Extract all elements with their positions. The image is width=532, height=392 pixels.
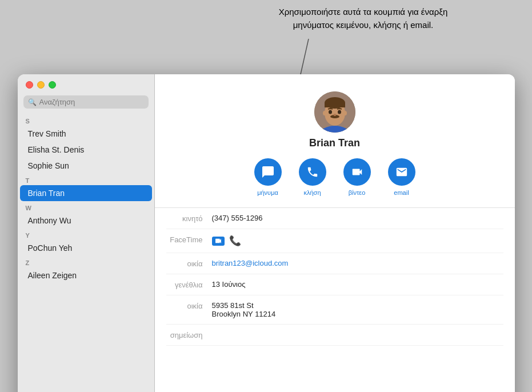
svg-point-8 xyxy=(329,110,332,114)
field-value-email[interactable]: britran123@icloud.com xyxy=(212,259,503,267)
action-email[interactable]: email xyxy=(388,158,415,196)
svg-point-9 xyxy=(338,110,341,114)
section-header-y: Y xyxy=(18,229,154,240)
field-birthday: γενέθλια 13 Ιούνιος xyxy=(166,274,503,295)
svg-point-10 xyxy=(333,114,336,116)
svg-rect-6 xyxy=(325,103,345,107)
svg-point-11 xyxy=(323,111,326,115)
field-label-note: σημείωση xyxy=(166,330,212,339)
sidebar: 🔍 S Trev Smith Elisha St. Denis Sophie S… xyxy=(18,74,155,392)
contact-list: S Trev Smith Elisha St. Denis Sophie Sun… xyxy=(18,114,154,392)
app-window: 🔍 S Trev Smith Elisha St. Denis Sophie S… xyxy=(18,74,515,392)
call-label: κλήση xyxy=(303,189,321,196)
annotation-text: Χρησιμοποιήστε αυτά τα κουμπιά για έναρξ… xyxy=(206,6,521,31)
field-facetime: FaceTime 📞 xyxy=(166,229,503,253)
contact-item-sophie[interactable]: Sophie Sun xyxy=(20,158,152,174)
field-value-facetime: 📞 xyxy=(212,235,503,247)
field-mobile: κινητό (347) 555-1296 xyxy=(166,208,503,229)
field-label-mobile: κινητό xyxy=(166,214,212,223)
field-note: σημείωση xyxy=(166,325,503,346)
field-value-address: 5935 81st StBrooklyn NY 11214 xyxy=(212,301,503,318)
search-input[interactable] xyxy=(39,98,144,106)
call-icon-circle xyxy=(299,158,326,186)
action-buttons: μήνυμα κλήση xyxy=(254,158,415,196)
main-panel: Brian Tran μήνυμα xyxy=(155,74,515,392)
contact-fields: κινητό (347) 555-1296 FaceTime xyxy=(155,208,515,392)
contact-item-brian-tran[interactable]: Brian Tran xyxy=(20,185,152,201)
email-icon-circle xyxy=(388,158,415,186)
annotation-line1: Χρησιμοποιήστε αυτά τα κουμπιά για έναρξ… xyxy=(279,7,448,17)
video-label: βίντεο xyxy=(349,189,366,196)
contact-item-aileen-zeigen[interactable]: Aileen Zeigen xyxy=(20,267,152,283)
email-label: email xyxy=(394,189,409,196)
contact-header: Brian Tran μήνυμα xyxy=(155,74,515,208)
field-value-mobile[interactable]: (347) 555-1296 xyxy=(212,214,503,222)
field-address: οικία 5935 81st StBrooklyn NY 11214 xyxy=(166,295,503,325)
message-icon-circle xyxy=(254,158,282,186)
section-header-z: Z xyxy=(18,256,154,267)
field-label-birthday: γενέθλια xyxy=(166,280,212,289)
contact-item-elisha[interactable]: Elisha St. Denis xyxy=(20,142,152,158)
svg-point-12 xyxy=(343,111,347,115)
search-bar[interactable]: 🔍 xyxy=(23,95,149,109)
facetime-video-icon[interactable] xyxy=(212,237,225,246)
contact-item-anthony-wu[interactable]: Anthony Wu xyxy=(20,213,152,229)
contact-item-trev-smith[interactable]: Trev Smith xyxy=(20,126,152,142)
section-header-t: T xyxy=(18,174,154,185)
field-value-birthday: 13 Ιούνιος xyxy=(212,280,503,289)
search-icon: 🔍 xyxy=(28,98,37,106)
annotation-line2: μηνύματος κειμένου, κλήσης ή email. xyxy=(293,20,434,30)
action-video[interactable]: βίντεο xyxy=(343,158,371,196)
message-label: μήνυμα xyxy=(257,189,278,196)
close-button[interactable] xyxy=(26,81,33,89)
video-icon-circle xyxy=(343,158,371,186)
section-header-w: W xyxy=(18,201,154,213)
maximize-button[interactable] xyxy=(49,81,56,89)
section-header-s: S xyxy=(18,114,154,126)
action-call[interactable]: κλήση xyxy=(299,158,326,196)
contact-item-pochun-yeh[interactable]: PoChun Yeh xyxy=(20,240,152,256)
action-message[interactable]: μήνυμα xyxy=(254,158,282,196)
field-label-address: οικία xyxy=(166,301,212,310)
field-label-email: οικία xyxy=(166,259,212,268)
contact-name: Brian Tran xyxy=(309,137,360,149)
titlebar xyxy=(18,74,154,93)
minimize-button[interactable] xyxy=(37,81,45,89)
contact-avatar xyxy=(314,91,355,133)
facetime-phone-icon[interactable]: 📞 xyxy=(229,235,241,247)
facetime-icons: 📞 xyxy=(212,235,503,247)
field-email: οικία britran123@icloud.com xyxy=(166,253,503,274)
field-label-facetime: FaceTime xyxy=(166,235,212,244)
